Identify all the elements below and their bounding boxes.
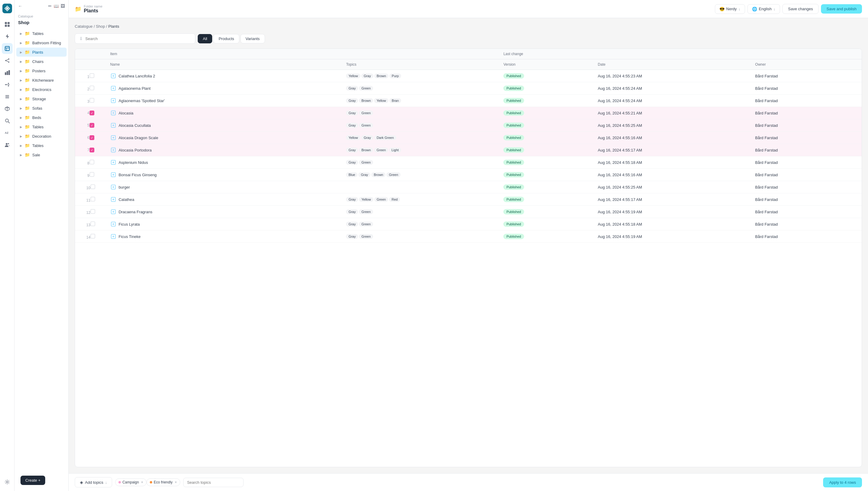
chevron-icon: ▶ — [20, 79, 22, 82]
sidebar-shop-title: Shop — [15, 19, 68, 29]
chevron-icon: ▶ — [20, 51, 22, 54]
nav-icon-list[interactable] — [2, 91, 13, 102]
sidebar-item-label: Tables — [32, 125, 44, 129]
filter-tab-variants[interactable]: Variants — [241, 34, 265, 44]
back-button[interactable]: ← — [18, 4, 22, 8]
topic-chip-remove[interactable]: × — [175, 480, 177, 484]
topics-search-input[interactable] — [183, 478, 244, 487]
search-box[interactable]: ⇩ — [75, 33, 195, 44]
topic-tag: Gray — [346, 86, 358, 91]
sidebar-items: ▶ 📁 Tables ▶ 📁 Bathroom Fitting ▶ 📁 Plan… — [15, 29, 68, 471]
row-num: 9 — [75, 169, 106, 181]
apply-rows-button[interactable]: Apply to 4 rows — [823, 478, 862, 487]
table-row: 13 Ficus Lyrata GrayGreen Published Aug … — [75, 218, 862, 230]
nav-icon-az[interactable]: AZ — [2, 127, 13, 138]
row-date: Aug 16, 2024 4:55:18 AM — [594, 156, 752, 169]
topic-tag: Green — [386, 172, 400, 177]
folder-icon: 📁 — [25, 152, 30, 157]
save-changes-button[interactable]: Save changes — [782, 4, 818, 14]
row-checkbox[interactable] — [90, 209, 95, 214]
sidebar-item-kitchenware[interactable]: ▶ 📁 Kitchenware — [16, 76, 66, 85]
filter-tab-all[interactable]: All — [198, 34, 212, 44]
row-checkbox[interactable]: ✓ — [89, 111, 94, 115]
sidebar-item-sofas[interactable]: ▶ 📁 Sofas — [16, 104, 66, 113]
sidebar-item-decoration[interactable]: ▶ 📁 Decoration — [16, 132, 66, 141]
row-date: Aug 16, 2024 4:55:25 AM — [594, 119, 752, 132]
row-date: Aug 16, 2024 4:55:18 AM — [594, 218, 752, 230]
topic-tag: Green — [359, 209, 373, 214]
row-checkbox[interactable] — [89, 86, 94, 90]
topic-tag: Gray — [346, 222, 358, 227]
row-checkbox[interactable]: ✓ — [89, 135, 94, 140]
sidebar-item-plants[interactable]: ▶ 📁 Plants — [16, 48, 66, 57]
nav-icon-lightning[interactable] — [2, 31, 13, 42]
item-icon — [110, 159, 117, 166]
item-icon — [110, 122, 117, 128]
sidebar-item-bathroom-fitting[interactable]: ▶ 📁 Bathroom Fitting — [16, 38, 66, 47]
row-checkbox[interactable] — [89, 73, 94, 78]
save-publish-button[interactable]: Save and publish — [821, 4, 862, 13]
row-date: Aug 16, 2024 4:55:16 AM — [594, 169, 752, 181]
row-owner: Bård Farstad — [752, 82, 862, 94]
nav-icon-catalogue[interactable] — [2, 43, 13, 54]
persona-dropdown[interactable]: 😎 Nerdy ↓ — [715, 4, 745, 14]
language-dropdown[interactable]: 🌐 English ↓ — [748, 4, 780, 14]
topic-tag: Gray — [346, 197, 358, 202]
image-icon[interactable]: 🖼 — [61, 4, 65, 8]
svg-rect-3 — [7, 22, 10, 24]
row-topics: GrayGreen — [342, 107, 500, 119]
topic-tag: Gray — [346, 123, 358, 128]
sidebar-item-tables[interactable]: ▶ 📁 Tables — [16, 122, 66, 131]
table-row: 9 Bonsai Ficus Ginseng BlueGrayBrownGree… — [75, 169, 862, 181]
sidebar-item-storage[interactable]: ▶ 📁 Storage — [16, 94, 66, 103]
persona-chevron-icon: ↓ — [738, 7, 740, 11]
row-num: 2 — [75, 82, 106, 94]
edit-icon[interactable]: ✏ — [48, 4, 52, 8]
folder-icon: 📁 — [25, 124, 30, 129]
row-version: Published — [500, 169, 594, 181]
row-checkbox[interactable] — [90, 197, 95, 202]
search-input[interactable] — [85, 36, 191, 41]
book-icon[interactable]: 📖 — [54, 4, 59, 8]
row-checkbox[interactable] — [90, 222, 95, 226]
sidebar-item-electronics[interactable]: ▶ 📁 Electronics — [16, 85, 66, 94]
row-checkbox[interactable] — [90, 184, 95, 189]
row-checkbox[interactable]: ✓ — [89, 148, 94, 152]
sidebar-item-chairs[interactable]: ▶ 📁 Chairs — [16, 57, 66, 66]
nav-icon-cube[interactable] — [2, 103, 13, 114]
nav-icon-filter[interactable] — [2, 79, 13, 90]
sidebar-item-beds[interactable]: ▶ 📁 Beds — [16, 113, 66, 122]
topic-chip-remove[interactable]: × — [141, 480, 143, 484]
add-topics-button[interactable]: ◈ Add topics ↓ — [75, 477, 112, 487]
item-icon — [110, 97, 117, 104]
nav-icon-dashboard[interactable] — [2, 67, 13, 78]
row-checkbox[interactable]: ✓ — [89, 123, 94, 128]
row-version: Published — [500, 181, 594, 193]
row-checkbox[interactable] — [90, 234, 95, 238]
col-date: Date — [594, 59, 752, 70]
nav-icon-settings[interactable] — [2, 476, 13, 487]
sidebar-item-posters[interactable]: ▶ 📁 Posters — [16, 66, 66, 75]
row-owner: Bård Farstad — [752, 156, 862, 169]
data-table-container: Item Last change Name Topics Version Dat… — [75, 49, 862, 467]
filter-tab-products[interactable]: Products — [214, 34, 239, 44]
nav-icon-users[interactable] — [2, 140, 13, 150]
svg-point-9 — [5, 60, 6, 61]
create-button[interactable]: Create + — [21, 475, 45, 485]
row-checkbox[interactable] — [89, 98, 94, 103]
sidebar-item-tables[interactable]: ▶ 📁 Tables — [16, 141, 66, 150]
nav-icon-grid[interactable] — [2, 19, 13, 30]
sidebar-item-tables[interactable]: ▶ 📁 Tables — [16, 29, 66, 38]
svg-line-29 — [8, 122, 10, 123]
topic-tag: Gray — [346, 160, 358, 165]
row-checkbox[interactable] — [89, 172, 94, 177]
row-owner: Bård Farstad — [752, 132, 862, 144]
data-table: Item Last change Name Topics Version Dat… — [75, 49, 862, 243]
sidebar-item-sale[interactable]: ▶ 📁 Sale — [16, 150, 66, 160]
svg-point-17 — [5, 84, 7, 85]
row-checkbox[interactable] — [89, 160, 94, 165]
language-icon: 🌐 — [752, 7, 757, 11]
nav-icon-connections[interactable] — [2, 55, 13, 66]
nav-icon-search[interactable] — [2, 115, 13, 126]
row-name: Aglaonemas 'Spotted Star' — [106, 94, 342, 107]
